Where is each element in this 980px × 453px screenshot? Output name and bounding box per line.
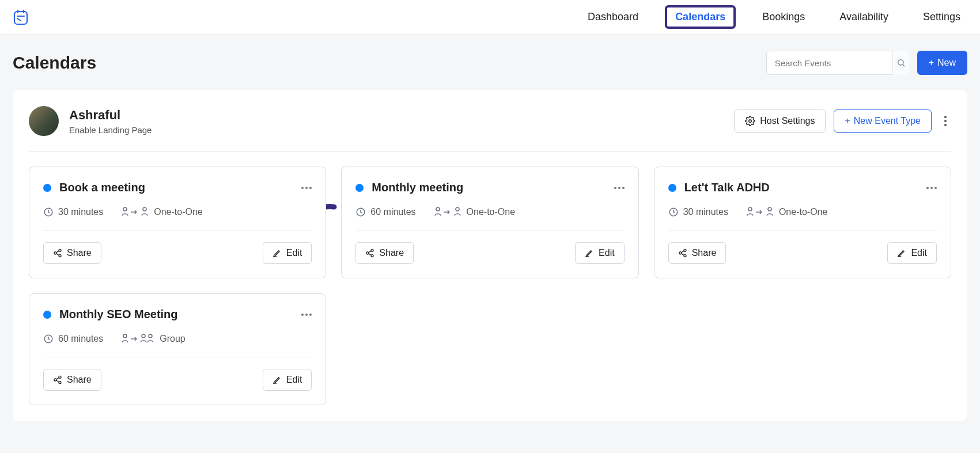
event-card: Let't Talk ADHD 30 minutes One-to-One <box>654 167 951 278</box>
nav-calendars[interactable]: Calendars <box>665 5 736 29</box>
main-nav: Dashboard Calendars Bookings Availabilit… <box>580 5 968 29</box>
share-button[interactable]: Share <box>43 242 101 264</box>
event-title-row: Book a meeting <box>43 181 145 194</box>
event-type: Group <box>160 334 185 344</box>
pencil-icon <box>273 375 282 384</box>
share-label: Share <box>692 248 717 258</box>
svg-point-16 <box>748 207 752 211</box>
host-row: Ashraful Enable Landing Page Host Settin… <box>29 106 951 152</box>
share-button[interactable]: Share <box>355 242 414 264</box>
share-button[interactable]: Share <box>668 242 727 264</box>
clock-icon <box>355 207 366 217</box>
share-icon <box>365 248 374 258</box>
page-title: Calendars <box>13 53 96 73</box>
event-type: One-to-One <box>467 207 515 217</box>
status-dot-icon <box>668 184 676 192</box>
new-event-type-button[interactable]: + New Event Type <box>834 110 932 133</box>
host-sub[interactable]: Enable Landing Page <box>69 125 152 135</box>
event-title-row: Monthly meeting <box>355 181 463 194</box>
search-wrap <box>766 51 910 75</box>
edit-label: Edit <box>286 375 302 385</box>
group-icon <box>122 334 155 344</box>
event-title: Monthly meeting <box>372 181 463 194</box>
one-to-one-icon <box>122 207 149 217</box>
clock-icon <box>43 207 54 217</box>
search-button[interactable] <box>892 51 910 75</box>
header-actions: + New <box>766 51 967 75</box>
host-actions: Host Settings + New Event Type <box>734 110 951 133</box>
card-more-menu[interactable] <box>301 187 312 189</box>
new-button-label: New <box>937 58 956 68</box>
event-duration: 30 minutes <box>58 207 103 217</box>
host-settings-label: Host Settings <box>760 116 815 126</box>
nav-dashboard[interactable]: Dashboard <box>580 7 646 27</box>
share-label: Share <box>67 375 92 385</box>
svg-point-26 <box>54 379 56 381</box>
host-left: Ashraful Enable Landing Page <box>29 106 152 136</box>
edit-button[interactable]: Edit <box>263 369 312 391</box>
search-input[interactable] <box>767 58 892 68</box>
status-dot-icon <box>355 184 364 192</box>
event-title-row: Let't Talk ADHD <box>668 181 770 194</box>
edit-label: Edit <box>286 248 302 258</box>
nav-bookings[interactable]: Bookings <box>754 7 813 27</box>
clock-icon <box>668 207 679 217</box>
more-menu[interactable] <box>940 112 951 130</box>
plus-icon: + <box>845 116 850 126</box>
one-to-one-icon <box>434 207 462 217</box>
svg-point-4 <box>123 207 127 211</box>
card-more-menu[interactable] <box>614 187 625 189</box>
search-icon <box>896 58 906 67</box>
svg-point-2 <box>749 120 752 123</box>
pencil-icon <box>897 248 906 258</box>
svg-rect-0 <box>14 12 27 24</box>
app-logo <box>12 8 30 27</box>
event-duration: 60 minutes <box>370 207 415 217</box>
event-card: Monthly SEO Meeting 60 minutes Group <box>29 293 326 405</box>
divider <box>668 230 937 231</box>
event-duration: 30 minutes <box>683 207 728 217</box>
new-button[interactable]: + New <box>917 51 967 75</box>
plus-icon: + <box>929 58 934 68</box>
event-type: One-to-One <box>779 207 827 217</box>
card-more-menu[interactable] <box>301 314 312 316</box>
event-title: Book a meeting <box>59 181 145 194</box>
host-name: Ashraful <box>69 108 152 123</box>
svg-point-18 <box>684 249 686 251</box>
edit-label: Edit <box>911 248 927 258</box>
divider <box>355 230 624 231</box>
svg-point-24 <box>149 334 152 338</box>
share-button[interactable]: Share <box>43 369 101 391</box>
svg-point-10 <box>436 207 440 211</box>
event-title: Monthly SEO Meeting <box>59 308 178 321</box>
status-dot-icon <box>43 311 51 319</box>
status-dot-icon <box>43 184 51 192</box>
event-card: Monthly meeting 60 minutes One-to-One <box>341 167 638 278</box>
svg-point-14 <box>371 255 373 257</box>
share-icon <box>53 375 62 384</box>
card-more-menu[interactable] <box>926 187 937 189</box>
pencil-icon <box>585 248 594 258</box>
edit-label: Edit <box>599 248 615 258</box>
nav-availability[interactable]: Availability <box>831 7 896 27</box>
divider <box>43 230 312 231</box>
event-title: Let't Talk ADHD <box>684 181 770 194</box>
svg-point-19 <box>679 252 682 254</box>
edit-button[interactable]: Edit <box>263 242 312 264</box>
pencil-icon <box>273 248 282 258</box>
host-settings-button[interactable]: Host Settings <box>734 110 826 133</box>
svg-point-27 <box>59 382 61 384</box>
avatar <box>29 106 59 136</box>
svg-point-7 <box>54 252 56 254</box>
edit-button[interactable]: Edit <box>575 242 625 264</box>
topbar: Dashboard Calendars Bookings Availabilit… <box>0 0 980 35</box>
nav-settings[interactable]: Settings <box>915 7 968 27</box>
svg-point-8 <box>59 255 61 257</box>
share-label: Share <box>67 248 92 258</box>
svg-point-1 <box>898 60 903 65</box>
share-icon <box>53 248 62 258</box>
svg-point-20 <box>684 255 686 257</box>
edit-button[interactable]: Edit <box>887 242 937 264</box>
svg-point-13 <box>366 252 369 254</box>
clock-icon <box>43 334 54 344</box>
